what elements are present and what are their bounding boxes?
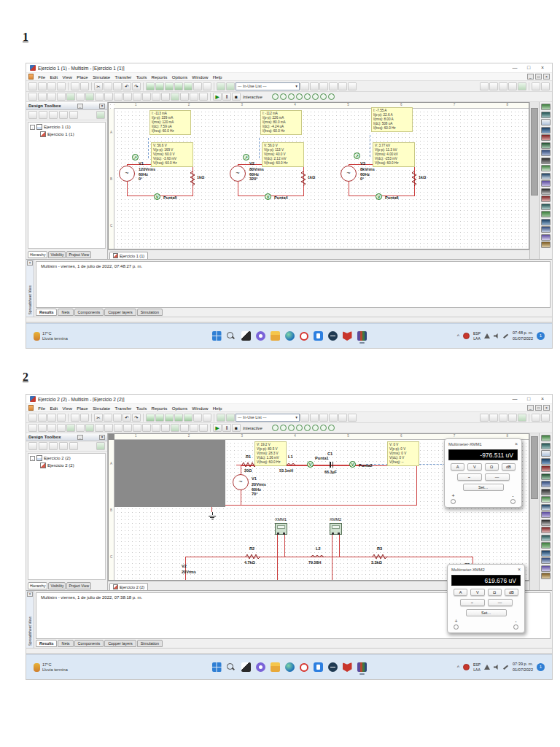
menu-help[interactable]: Help	[211, 406, 225, 411]
notification-badge[interactable]: 1	[537, 332, 545, 340]
open-file-icon[interactable]	[38, 414, 47, 422]
ac-mode-button[interactable]: ~	[457, 473, 482, 481]
place-bus-icon[interactable]	[199, 93, 208, 101]
forward-annotate-icon[interactable]	[319, 414, 328, 422]
ground-symbol[interactable]	[208, 511, 217, 519]
current-probe[interactable]: ↗	[132, 154, 139, 160]
panel-undock-button[interactable]: _	[77, 104, 83, 109]
task-view-icon[interactable]	[241, 662, 251, 672]
taskbar-weather-widget[interactable]: 17°CLluvia termina	[34, 662, 68, 673]
logic-analyzer-icon[interactable]	[541, 173, 551, 179]
current-probe[interactable]: ↗	[243, 154, 249, 160]
place-misc-digital-icon[interactable]	[95, 424, 104, 432]
stop-simulation-button[interactable]: ■	[232, 424, 241, 432]
speaker-icon[interactable]	[494, 665, 499, 670]
dell-app-icon[interactable]	[328, 331, 338, 341]
edge-browser-icon[interactable]	[285, 662, 295, 672]
zoom-area-icon[interactable]	[499, 414, 508, 422]
place-diode-icon[interactable]	[47, 424, 56, 432]
db-button[interactable]: dB	[505, 589, 518, 596]
probe-settings-icon[interactable]	[328, 93, 335, 100]
place-mcu-icon[interactable]	[180, 424, 189, 432]
measurement-probe-icon[interactable]	[541, 573, 551, 579]
place-transistor-icon[interactable]	[57, 424, 66, 432]
spectrum-analyzer-icon[interactable]	[541, 196, 551, 202]
pause-simulation-button[interactable]: ‖	[222, 93, 231, 101]
capacitor-symbol[interactable]	[330, 462, 333, 468]
place-basic-icon[interactable]	[38, 93, 47, 101]
erc-icon[interactable]	[300, 82, 309, 90]
split-horizontal-icon[interactable]	[532, 82, 540, 90]
resistor-symbol[interactable]	[190, 171, 195, 186]
interactive-label[interactable]: Interactive	[241, 95, 264, 99]
zoom-in-icon[interactable]	[480, 414, 489, 422]
menu-place[interactable]: Place	[74, 74, 90, 80]
bode-plotter-icon[interactable]	[541, 142, 551, 149]
toolbox-save-icon[interactable]	[49, 111, 58, 119]
run-simulation-button[interactable]: ▶	[213, 93, 222, 101]
zoom-out-icon[interactable]	[489, 414, 498, 422]
menu-tools[interactable]: Tools	[134, 74, 149, 80]
save-icon[interactable]	[57, 82, 66, 90]
search-icon[interactable]	[227, 332, 233, 338]
place-electromechanical-icon[interactable]	[161, 93, 170, 101]
iv-analyzer-icon[interactable]	[541, 180, 551, 187]
measurement-probe-icon[interactable]	[541, 241, 551, 248]
toggle-ruler-icon[interactable]	[174, 414, 183, 422]
back-annotate-icon[interactable]	[329, 82, 338, 90]
tab-visibility[interactable]: Visibility	[48, 251, 66, 258]
place-hierarchical-icon[interactable]	[190, 424, 198, 432]
panel-close-button[interactable]: ×	[99, 435, 105, 440]
current-probe-icon[interactable]	[280, 93, 287, 100]
voltage-probe[interactable]: V	[376, 193, 382, 200]
network-analyzer-icon[interactable]	[541, 204, 551, 210]
differential-probe-icon[interactable]	[296, 93, 303, 100]
paste-icon[interactable]	[113, 82, 122, 90]
menu-reports[interactable]: Reports	[149, 406, 169, 411]
ampere-button[interactable]: A	[454, 589, 467, 596]
toggle-statusbar-icon[interactable]	[184, 414, 192, 422]
place-mixed-icon[interactable]	[104, 424, 113, 432]
notification-badge[interactable]: 1	[537, 663, 545, 671]
tab-copper-layers[interactable]: Copper layers	[104, 640, 136, 647]
place-rf-icon[interactable]	[152, 93, 160, 101]
mdi-close-button[interactable]: ×	[543, 74, 550, 80]
place-mcu-icon[interactable]	[180, 93, 189, 101]
toggle-page-bounds-icon[interactable]	[165, 82, 174, 90]
toolbox-save-icon[interactable]	[49, 442, 58, 450]
spreadsheet-view-icon[interactable]	[203, 82, 211, 90]
menu-transfer[interactable]: Transfer	[112, 406, 133, 411]
ac-source-symbol[interactable]: ~	[230, 166, 246, 182]
four-channel-scope-icon[interactable]	[541, 134, 551, 141]
vertical-scrollbar[interactable]	[529, 433, 539, 590]
place-indicator-icon[interactable]	[114, 424, 122, 432]
function-generator-icon[interactable]	[541, 443, 551, 449]
vertical-scrollbar[interactable]	[529, 102, 539, 259]
resistor-symbol[interactable]	[411, 171, 417, 186]
scrollbar-thumb[interactable]	[531, 436, 538, 499]
place-indicator-icon[interactable]	[114, 93, 122, 101]
capture-icon[interactable]	[310, 82, 319, 90]
ohm-button[interactable]: Ω	[488, 589, 502, 596]
power-probe-icon[interactable]	[288, 93, 295, 100]
voltage-probe[interactable]: V	[265, 193, 271, 200]
toolbox-close-file-icon[interactable]	[69, 442, 78, 450]
tree-sheet-item[interactable]: Ejercicio 2 (2)	[30, 462, 104, 468]
language-indicator[interactable]: ESP LAA	[473, 662, 481, 672]
toggle-page-bounds-icon[interactable]	[165, 414, 174, 422]
toolbox-new-icon[interactable]	[28, 111, 37, 119]
undo-icon[interactable]: ↶	[122, 82, 131, 90]
minimize-button[interactable]: —	[509, 63, 521, 72]
mcafee-icon[interactable]	[343, 662, 352, 672]
toolbox-save-all-icon[interactable]	[59, 442, 68, 450]
place-misc-digital-icon[interactable]	[95, 93, 104, 101]
schematic-canvas[interactable]: 12345678 ABC I: -113 mA I(p-p): 339 mA I…	[108, 102, 529, 249]
volt-button[interactable]: V	[470, 589, 484, 596]
ampere-button[interactable]: A	[451, 463, 464, 471]
place-cmos-icon[interactable]	[85, 93, 94, 101]
new-file-icon[interactable]	[28, 414, 37, 422]
menu-view[interactable]: View	[60, 74, 74, 80]
ac-source-symbol[interactable]: ~	[233, 474, 249, 490]
pen-icon[interactable]	[503, 333, 509, 338]
tab-visibility[interactable]: Visibility	[48, 582, 66, 589]
